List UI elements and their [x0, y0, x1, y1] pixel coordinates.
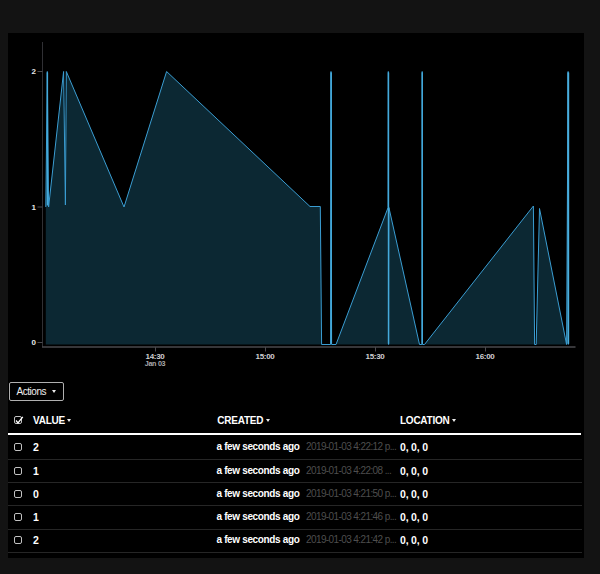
svg-text:2: 2 [32, 67, 37, 76]
svg-text:15:00: 15:00 [256, 352, 276, 361]
svg-text:0: 0 [32, 338, 37, 347]
svg-text:Jan 03: Jan 03 [145, 359, 166, 368]
svg-text:1: 1 [32, 203, 37, 212]
svg-text:15:30: 15:30 [366, 352, 386, 361]
svg-text:16:00: 16:00 [476, 352, 496, 361]
